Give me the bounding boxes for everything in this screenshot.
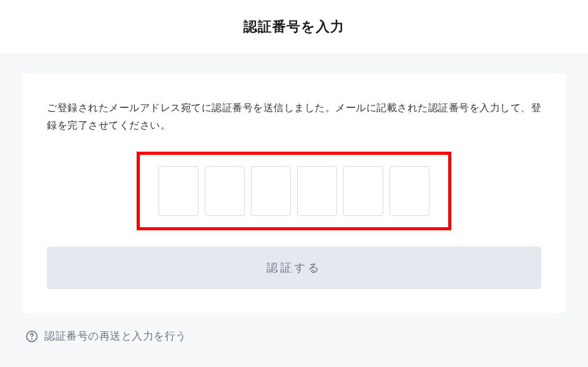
code-digit-3[interactable]: [251, 166, 291, 216]
code-digit-4[interactable]: [297, 166, 337, 216]
page-header: 認証番号を入力: [0, 0, 588, 54]
resend-link[interactable]: 認証番号の再送と入力を行う: [22, 313, 566, 343]
content-area: ご登録されたメールアドレス宛てに認証番号を送信しました。メールに記載された認証番…: [0, 54, 588, 343]
code-digit-1[interactable]: [159, 166, 198, 216]
code-digit-6[interactable]: [390, 166, 429, 216]
code-digit-2[interactable]: [205, 166, 245, 216]
code-input-highlight: [137, 152, 451, 230]
code-input-group: [159, 166, 429, 216]
help-circle-icon: [26, 330, 38, 343]
resend-link-label: 認証番号の再送と入力を行う: [44, 329, 187, 343]
verification-card: ご登録されたメールアドレス宛てに認証番号を送信しました。メールに記載された認証番…: [22, 73, 566, 313]
page-title: 認証番号を入力: [0, 17, 588, 36]
verify-button[interactable]: 認証する: [47, 247, 541, 289]
instruction-text: ご登録されたメールアドレス宛てに認証番号を送信しました。メールに記載された認証番…: [47, 99, 541, 134]
code-digit-5[interactable]: [343, 166, 383, 216]
svg-point-1: [32, 338, 32, 339]
